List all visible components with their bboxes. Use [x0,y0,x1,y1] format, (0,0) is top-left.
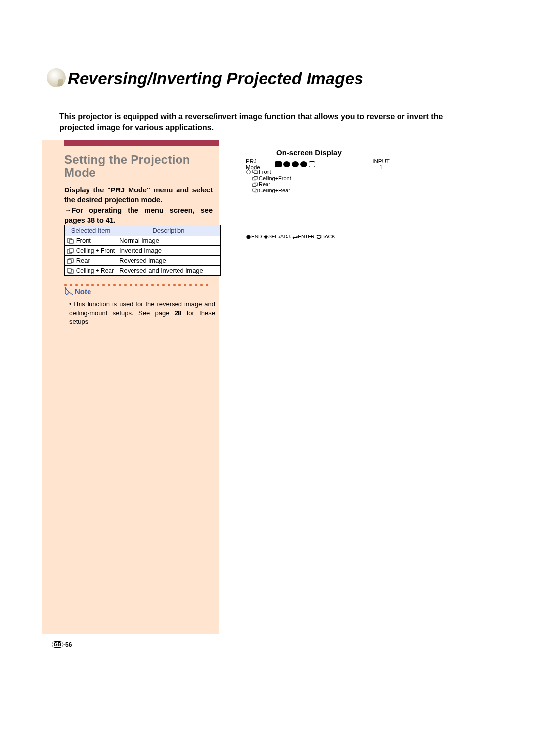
section-body-line2: For operating the menu screen, see pages… [64,206,213,224]
osd-menu-item: Front [259,169,271,175]
table-cell: Reversed and inverted image [117,266,221,276]
rear-icon [67,258,74,264]
table-cell: Ceiling [76,267,94,274]
table-cell: Front [101,247,115,254]
svg-rect-5 [67,260,71,263]
table-cell: Inverted image [117,246,221,256]
front-icon [67,238,74,244]
table-header-item: Selected Item [65,225,117,236]
intro-paragraph: This projector is equipped with a revers… [59,111,470,133]
section-body-line1: Display the "PRJ Mode" menu and select t… [64,186,213,204]
end-button-icon [246,235,251,239]
section-accent-bar [64,140,219,146]
svg-rect-9 [254,171,257,174]
osd-tab-icons [273,161,369,167]
osd-menu-item: Ceiling+Rear [259,188,290,194]
table-cell: Normal image [117,236,221,246]
ceiling-rear-icon [67,268,74,274]
note-label: Note [75,287,91,296]
left-column: Setting the Projection Mode Display the … [42,140,219,634]
osd-bottom-bar: END SEL./ADJ. ENTER BACK [244,233,393,240]
right-column: On-screen Display PRJ Mode INPUT 1 Front [229,148,397,240]
table-cell: Reversed image [117,256,221,266]
table-row: Ceiling + Front Inverted image [65,246,221,256]
ceiling-rear-icon [252,188,258,193]
section-heading: Setting the Projection Mode [64,153,210,180]
note-body: •This function is used for the reversed … [69,300,215,326]
osd-tab-icon [283,161,290,167]
osd-menu-item: Ceiling+Front [259,175,291,182]
svg-rect-13 [253,184,256,187]
svg-rect-3 [69,249,73,252]
table-header-desc: Description [117,225,221,236]
divider-dots [64,280,213,283]
footer-page-number: -56 [63,641,72,648]
enter-icon [292,235,298,239]
svg-rect-7 [67,269,71,272]
osd-label: On-screen Display [276,148,397,157]
osd-input-label: INPUT 1 [369,158,393,171]
note-heading: Note [64,287,91,296]
section-bullet-icon [47,68,66,87]
table-cell: Front [76,237,91,244]
note-page-ref: 28 [175,309,181,317]
svg-rect-1 [69,240,73,243]
back-icon [316,235,321,239]
osd-tab-icon [300,161,307,167]
ceiling-front-icon [67,248,74,254]
osd-menu-item: Rear [259,181,270,188]
table-row: Ceiling + Rear Reversed and inverted ima… [65,266,221,276]
svg-rect-11 [254,176,257,179]
front-icon [252,169,258,174]
arrow-icon: → [64,206,72,214]
table-cell: Rear [76,257,90,264]
svg-rect-15 [253,189,256,192]
table-row: Rear Reversed image [65,256,221,266]
osd-menu-list: Front Ceiling+Front Rear Ceiling+Rear [244,168,393,194]
table-cell: Rear [101,267,114,274]
osd-tab-icon [275,161,282,167]
section-body: Display the "PRJ Mode" menu and select t… [64,185,213,225]
projection-mode-table: Selected Item Description Front Normal i… [64,225,221,276]
table-cell: Ceiling [76,247,94,254]
page-footer: GB-56 [52,641,72,648]
osd-tab-icon [309,161,315,167]
diamond-cursor-icon [246,169,251,174]
rear-icon [252,182,258,187]
table-row: Front Normal image [65,236,221,246]
osd-screenshot: PRJ Mode INPUT 1 Front Ce [244,160,393,240]
note-icon [64,287,74,296]
footer-region: GB [52,641,63,648]
dpad-icon [263,235,268,239]
page-title: Reversing/Inverting Projected Images [68,69,363,88]
osd-tab-icon [292,161,299,167]
svg-rect-16 [247,235,251,239]
ceiling-front-icon [252,176,258,181]
